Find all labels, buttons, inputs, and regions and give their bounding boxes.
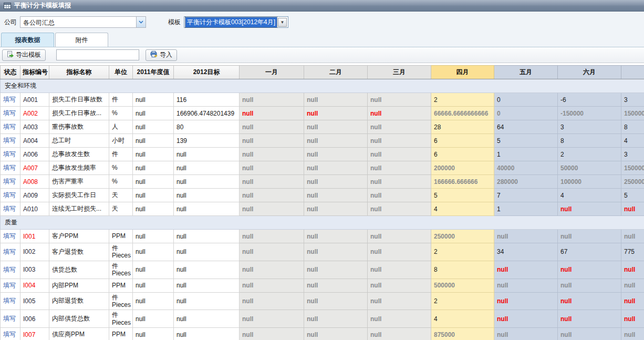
month-cell: 100000 [558,175,621,189]
month-cell: null [368,202,431,216]
fill-link[interactable]: 填写 [3,297,16,304]
name-cell: 内部退货数 [49,292,109,310]
section-title: 安全和环境 [1,79,644,93]
month-cell: null [304,261,368,279]
status-cell: 填写 [1,161,20,175]
target2012-cell: null [174,161,240,175]
table-row: 填写A008伤害严重率%nullnullnullnullnull166666.6… [1,175,644,189]
tab-attachments[interactable]: 附件 [55,33,108,47]
month-cell: null [494,292,558,310]
month-cell: 2 [431,93,494,107]
year2011-cell: null [133,134,174,148]
month-cell: null [368,292,431,310]
month-cell: null [368,243,431,261]
month-cell: null [368,279,431,292]
table-row: 填写I003供货总数件 Piecesnullnullnullnullnull8n… [1,261,644,279]
filter-bar: 公司 各公司汇总 模板 平衡计分卡模板003[2012年4月] ▼ [0,12,644,33]
code-cell: I002 [20,243,49,261]
month-cell: 6 [431,148,494,161]
column-header-8: 二月 [304,66,368,79]
month-cell: 50000 [558,161,621,175]
fill-link[interactable]: 填写 [3,191,16,199]
month-cell: null [368,230,431,243]
fill-link[interactable]: 填写 [3,232,16,240]
status-cell: 填写 [1,292,20,310]
chevron-down-icon[interactable] [136,17,146,27]
code-cell: A003 [20,120,49,134]
tab-report-data[interactable]: 报表数据 [1,33,54,47]
status-cell: 填写 [1,120,20,134]
status-cell: 填写 [1,175,20,189]
name-cell: 内部PPM [49,279,109,292]
month-cell: null [240,120,304,134]
code-cell: A007 [20,161,49,175]
template-value: 平衡计分卡模板003[2012年4月] [185,17,277,27]
month-cell: null [558,279,621,292]
dropdown-arrow-icon[interactable]: ▼ [278,18,287,27]
fill-link[interactable]: 填写 [3,137,16,144]
month-cell: null [621,310,644,328]
table-header-row: 状态指标编号指标名称单位2011年度值2012目标一月二月三月四月五月六月七月 [1,66,644,79]
status-cell: 填写 [1,107,20,120]
month-cell: 0 [494,93,558,107]
import-button[interactable]: 导入 [146,49,177,61]
fill-link[interactable]: 填写 [3,205,16,212]
template-label: 模板 [168,18,181,27]
month-cell: null [240,107,304,120]
month-cell: 5 [621,189,644,202]
unit-cell: % [109,107,133,120]
company-select[interactable]: 各公司汇总 [20,16,146,28]
month-cell: 2 [558,148,621,161]
code-cell: I006 [20,310,49,328]
unit-cell: 件 [109,93,133,107]
export-template-button[interactable]: 导出模板 [2,49,46,61]
month-cell: null [558,328,621,340]
month-cell: 250000 [621,175,644,189]
month-cell: null [368,328,431,340]
name-cell: 客户退货数 [49,243,109,261]
fill-link[interactable]: 填写 [3,109,16,117]
template-select[interactable]: 平衡计分卡模板003[2012年4月] ▼ [184,16,288,28]
month-cell: 66666.6666666666 [431,107,494,120]
fill-link[interactable]: 填写 [3,315,16,322]
month-cell: null [494,261,558,279]
fill-link[interactable]: 填写 [3,248,16,255]
fill-link[interactable]: 填写 [3,123,16,130]
fill-link[interactable]: 填写 [3,266,16,273]
unit-cell: PPM [109,328,133,340]
fill-link[interactable]: 填写 [3,164,16,171]
month-cell: null [621,261,644,279]
month-cell: 5 [494,134,558,148]
table-row: 填写A004总工时小时null139nullnullnull6584 [1,134,644,148]
fill-link[interactable]: 填写 [3,150,16,158]
fill-link[interactable]: 填写 [3,282,16,289]
month-cell: null [304,120,368,134]
year2011-cell: null [133,148,174,161]
table-row: 填写A003重伤事故数人null80nullnullnull286438 [1,120,644,134]
target2012-cell: 166906.4748201439 [174,107,240,120]
name-cell: 损失工作日事故数 [49,93,109,107]
column-header-9: 三月 [368,66,431,79]
month-cell: 8 [558,134,621,148]
fill-link[interactable]: 填写 [3,331,16,338]
unit-cell: % [109,161,133,175]
year2011-cell: null [133,175,174,189]
month-cell: null [240,292,304,310]
month-cell: 150000 [621,107,644,120]
table-row: 填写A006总事故发生数件nullnullnullnullnull6123 [1,148,644,161]
month-cell: 8 [621,120,644,134]
column-header-5: 2011年度值 [133,66,174,79]
import-file-input[interactable] [56,49,139,60]
month-cell: null [494,279,558,292]
month-cell: 67 [558,243,621,261]
code-cell: I001 [20,230,49,243]
month-cell: null [304,148,368,161]
unit-cell: 件 Pieces [109,243,133,261]
column-header-3: 指标名称 [49,66,109,79]
month-cell: -150000 [558,107,621,120]
month-cell: null [558,261,621,279]
year2011-cell: null [133,243,174,261]
month-cell: 40000 [494,161,558,175]
fill-link[interactable]: 填写 [3,96,16,103]
fill-link[interactable]: 填写 [3,178,16,185]
